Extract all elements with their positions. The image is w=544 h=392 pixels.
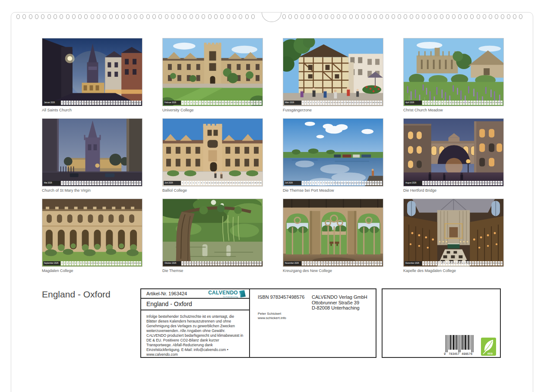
day-cell: 4: [310, 181, 312, 185]
day-cell: 13: [93, 261, 95, 266]
binding-hole: [47, 14, 51, 19]
binding-hole: [410, 14, 413, 19]
day-cell: 27: [129, 181, 131, 185]
day-cell: 9: [82, 101, 84, 105]
day-cell: 22: [236, 261, 238, 266]
month-card-december: Dezember 2026 12345678910111213141516171…: [403, 199, 504, 273]
publisher-address: CALVENDO Verlag GmbH Ottobrunner Straße …: [312, 294, 367, 311]
day-cell: 18: [105, 101, 108, 105]
day-cell: 24: [484, 101, 486, 105]
day-cell: 9: [323, 181, 325, 185]
binding-hole: [84, 14, 88, 19]
day-cell: 2: [184, 261, 186, 266]
day-cell: 18: [467, 261, 469, 266]
day-cell: 11: [448, 181, 450, 185]
calvendo-logo-text: CALVENDO Der Kalenderverlag: [208, 290, 238, 298]
photo-caption: Die Themse bei Port Meadow: [283, 188, 383, 193]
month-card-may: Mai 2026 1234567891011121314151617181920…: [42, 118, 142, 193]
day-cell: 13: [453, 261, 455, 266]
day-cell: 11: [207, 261, 209, 266]
day-cell: 11: [87, 101, 89, 105]
day-cell: 17: [103, 181, 105, 185]
cloister-lawn-scene: [42, 199, 142, 266]
day-cell: 22: [116, 101, 118, 105]
day-cell: 10: [84, 101, 86, 105]
day-cell: 8: [440, 261, 443, 266]
photo-university-college: Februar 2026 123456789101112131415161718…: [162, 38, 263, 106]
day-cell: 9: [203, 181, 205, 185]
binding-hole: [422, 14, 425, 19]
day-cell: 11: [210, 101, 213, 105]
day-cell: 3: [307, 101, 309, 105]
day-cell: 11: [328, 181, 330, 185]
day-cell: 16: [100, 181, 102, 185]
day-cell: 5: [433, 261, 435, 266]
day-cell: 26: [126, 101, 128, 105]
day-cell: 20: [231, 261, 233, 266]
day-cell: 31: [380, 181, 382, 185]
day-cell: 6: [74, 261, 76, 266]
photo-caption: All Saints Church: [42, 108, 142, 112]
day-cell: 17: [464, 261, 466, 266]
day-cell: 27: [370, 181, 372, 185]
day-cell: 19: [108, 181, 110, 185]
cloister-arches-scene: [283, 199, 383, 266]
binding-hole: [331, 14, 334, 19]
day-cell: 24: [123, 261, 125, 266]
day-cell: 3: [307, 181, 309, 185]
day-cell: 21: [113, 181, 115, 185]
publisher-name: CALVENDO Verlag GmbH: [312, 294, 367, 300]
day-cell: 30: [498, 261, 500, 266]
day-cell: 16: [463, 101, 465, 105]
day-cell: 24: [241, 261, 244, 266]
day-cell: 21: [476, 101, 478, 105]
day-cell: 14: [96, 261, 98, 266]
day-cell: 10: [207, 101, 210, 105]
day-cell: 3: [66, 261, 68, 266]
day-cell: 30: [136, 101, 139, 105]
day-cell: 12: [89, 101, 92, 105]
day-cell: 4: [310, 101, 312, 105]
day-cell: 26: [247, 261, 249, 266]
day-cell: 30: [500, 101, 503, 105]
college-facade-scene: [163, 119, 263, 186]
binding-hole: [380, 14, 383, 19]
day-cell: 26: [128, 261, 130, 266]
day-cell: 15: [460, 101, 462, 105]
day-cell: 14: [335, 181, 338, 185]
day-cell: 13: [334, 261, 336, 266]
day-cells: 1234567891011121314151617181920212223242…: [422, 101, 503, 105]
calvendo-logo: CALVENDO Der Kalenderverlag: [208, 290, 246, 298]
day-cell: 23: [245, 101, 247, 105]
day-cell: 12: [330, 101, 332, 105]
binding-hole: [483, 14, 486, 19]
day-cell: 8: [199, 261, 202, 266]
day-cell: 14: [456, 261, 458, 266]
binding-hole: [109, 14, 113, 19]
day-cell: 31: [139, 181, 141, 185]
day-cell: 30: [257, 261, 259, 266]
photo-caption: Balliol College: [162, 188, 263, 193]
day-cell: 7: [77, 261, 79, 266]
day-cell: 11: [448, 261, 450, 266]
month-label: Juli 2026: [284, 181, 301, 185]
barcode-digit-left: 9: [444, 352, 446, 356]
mini-calendar-strip: September 2026 1234567891011121314151617…: [43, 261, 141, 266]
day-cell: 18: [467, 181, 469, 185]
day-cell: 4: [190, 101, 193, 105]
day-cell: 5: [72, 261, 74, 266]
day-cell: 15: [338, 181, 340, 185]
binding-hole: [446, 14, 449, 19]
day-cell: 30: [139, 261, 141, 266]
photo-magdalen-chapel: Dezember 2026 12345678910111213141516171…: [403, 199, 504, 267]
photo-caption: Die Themse: [162, 269, 263, 273]
day-cell: 5: [192, 261, 194, 266]
day-cell: 19: [349, 181, 351, 185]
binding-hole: [300, 14, 304, 19]
day-cell: 9: [82, 181, 84, 185]
day-cell: 29: [136, 261, 139, 266]
binding-holes-right: [282, 14, 522, 19]
bridge-of-sighs-scene: [404, 119, 503, 186]
binding-holes-left: [16, 14, 255, 19]
day-cell: 25: [487, 101, 489, 105]
